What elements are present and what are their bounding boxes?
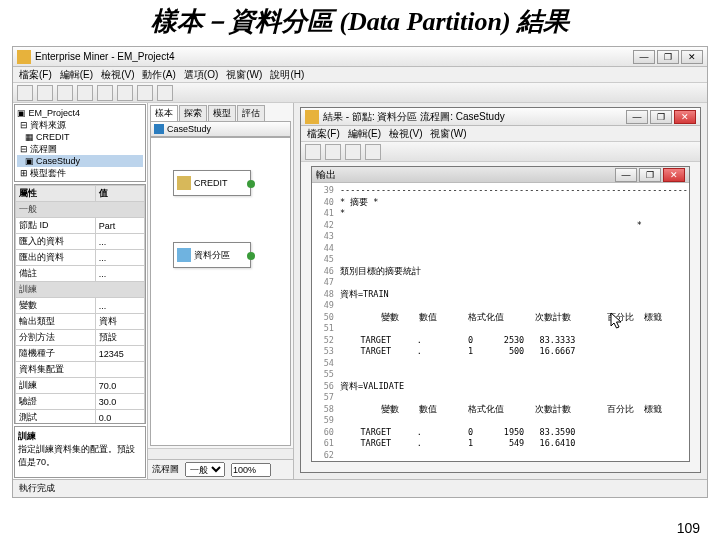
- diagram-scrollbar[interactable]: [148, 448, 293, 459]
- output-titlebar[interactable]: 輸出 — ❐ ✕: [312, 167, 689, 183]
- output-log[interactable]: 39--------------------------------------…: [312, 183, 689, 461]
- maximize-button[interactable]: ❐: [650, 110, 672, 124]
- toolbar-button[interactable]: [77, 85, 93, 101]
- app-titlebar[interactable]: Enterprise Miner - EM_Project4 — ❐ ✕: [13, 47, 707, 67]
- prop-val[interactable]: ...: [95, 266, 144, 282]
- tree-item[interactable]: ⊟ 資料來源: [17, 119, 143, 131]
- prop-val[interactable]: 預設: [95, 330, 144, 346]
- tree-item[interactable]: ▦ CREDIT: [17, 131, 143, 143]
- toolbar-button[interactable]: [305, 144, 321, 160]
- results-menubar: 檔案(F) 編輯(E) 檢視(V) 視窗(W): [301, 126, 700, 142]
- prop-val[interactable]: 資料: [95, 314, 144, 330]
- phase-tabs: 樣本 探索 模型 評估: [148, 103, 293, 121]
- prop-val[interactable]: Part: [95, 218, 144, 234]
- app-window: Enterprise Miner - EM_Project4 — ❐ ✕ 檔案(…: [12, 46, 708, 498]
- prop-key: 測試: [16, 410, 96, 425]
- prop-val[interactable]: ...: [95, 234, 144, 250]
- prop-val[interactable]: 30.0: [95, 394, 144, 410]
- node-partition[interactable]: 資料分區: [173, 242, 251, 268]
- props-section: 訓練: [16, 282, 145, 298]
- menu-help[interactable]: 說明(H): [270, 68, 304, 82]
- tab-sample[interactable]: 樣本: [150, 105, 178, 121]
- close-button[interactable]: ✕: [663, 168, 685, 182]
- datasource-icon: [177, 176, 191, 190]
- app-icon: [17, 50, 31, 64]
- prop-key: 資料集配置: [16, 362, 96, 378]
- diagram-canvas[interactable]: CREDIT 資料分區: [150, 137, 291, 446]
- prop-val[interactable]: 70.0: [95, 378, 144, 394]
- footer-label: 流程圖: [152, 463, 179, 476]
- prop-key: 變數: [16, 298, 96, 314]
- diagram-footer: 流程圖 一般: [148, 459, 293, 479]
- app-toolbar: [13, 83, 707, 103]
- results-area: 結果 - 節點: 資料分區 流程圖: CaseStudy — ❐ ✕ 檔案(F)…: [294, 103, 707, 479]
- scale-select[interactable]: 一般: [185, 462, 225, 477]
- close-button[interactable]: ✕: [674, 110, 696, 124]
- tree-item[interactable]: ⊞ 模型套件: [17, 167, 143, 179]
- results-titlebar[interactable]: 結果 - 節點: 資料分區 流程圖: CaseStudy — ❐ ✕: [301, 108, 700, 126]
- output-subwindow: 輸出 — ❐ ✕ 39-----------------------------…: [311, 166, 690, 462]
- desc-body: 指定訓練資料集的配置。預設值是70。: [18, 444, 135, 467]
- props-section: 一般: [16, 202, 145, 218]
- menu-action[interactable]: 動作(A): [142, 68, 175, 82]
- prop-val[interactable]: ...: [95, 250, 144, 266]
- toolbar-button[interactable]: [345, 144, 361, 160]
- minimize-button[interactable]: —: [615, 168, 637, 182]
- menu-view[interactable]: 檢視(V): [389, 127, 422, 141]
- minimize-button[interactable]: —: [626, 110, 648, 124]
- zoom-input[interactable]: [231, 463, 271, 477]
- status-complete-icon: [247, 180, 255, 188]
- menu-options[interactable]: 選項(O): [184, 68, 218, 82]
- node-label: 資料分區: [194, 249, 230, 262]
- properties-panel[interactable]: 屬性值 一般 節點 IDPart 匯入的資料... 匯出的資料... 備註...…: [14, 184, 146, 424]
- results-toolbar: [301, 142, 700, 162]
- minimize-button[interactable]: —: [633, 50, 655, 64]
- tab-model[interactable]: 模型: [208, 105, 236, 121]
- desc-title: 訓練: [18, 431, 36, 441]
- close-button[interactable]: ✕: [681, 50, 703, 64]
- toolbar-button[interactable]: [57, 85, 73, 101]
- page-number: 109: [677, 520, 700, 536]
- toolbar-button[interactable]: [97, 85, 113, 101]
- slide-title: 樣本－資料分區 (Data Partition) 結果: [0, 0, 720, 41]
- maximize-button[interactable]: ❐: [657, 50, 679, 64]
- tree-item[interactable]: ⊟ 流程圖: [17, 143, 143, 155]
- menu-edit[interactable]: 編輯(E): [60, 68, 93, 82]
- toolbar-button[interactable]: [117, 85, 133, 101]
- mouse-cursor-icon: [610, 312, 624, 330]
- toolbar-button[interactable]: [157, 85, 173, 101]
- toolbar-button[interactable]: [17, 85, 33, 101]
- toolbar-button[interactable]: [365, 144, 381, 160]
- prop-val[interactable]: ...: [95, 298, 144, 314]
- prop-key: 匯出的資料: [16, 250, 96, 266]
- menu-view[interactable]: 檢視(V): [101, 68, 134, 82]
- prop-key: 隨機種子: [16, 346, 96, 362]
- status-bar: 執行完成: [13, 479, 707, 497]
- prop-val[interactable]: 0.0: [95, 410, 144, 425]
- prop-val[interactable]: 12345: [95, 346, 144, 362]
- toolbar-button[interactable]: [137, 85, 153, 101]
- prop-val[interactable]: [95, 362, 144, 378]
- tree-root[interactable]: ▣ EM_Project4: [17, 107, 143, 119]
- tab-assess[interactable]: 評估: [237, 105, 265, 121]
- menu-file[interactable]: 檔案(F): [19, 68, 52, 82]
- diagram-icon: [154, 124, 164, 134]
- menu-window[interactable]: 視窗(W): [430, 127, 466, 141]
- app-menubar: 檔案(F) 編輯(E) 檢視(V) 動作(A) 選項(O) 視窗(W) 說明(H…: [13, 67, 707, 83]
- app-title: Enterprise Miner - EM_Project4: [35, 51, 175, 62]
- toolbar-button[interactable]: [37, 85, 53, 101]
- description-panel: 訓練 指定訓練資料集的配置。預設值是70。: [14, 426, 146, 478]
- menu-window[interactable]: 視窗(W): [226, 68, 262, 82]
- menu-edit[interactable]: 編輯(E): [348, 127, 381, 141]
- left-panel: ▣ EM_Project4 ⊟ 資料來源 ▦ CREDIT ⊟ 流程圖 ▣ Ca…: [13, 103, 148, 479]
- node-credit[interactable]: CREDIT: [173, 170, 251, 196]
- maximize-button[interactable]: ❐: [639, 168, 661, 182]
- diagram-title[interactable]: CaseStudy: [150, 121, 291, 137]
- tab-explore[interactable]: 探索: [179, 105, 207, 121]
- tree-item-selected[interactable]: ▣ CaseStudy: [17, 155, 143, 167]
- project-tree[interactable]: ▣ EM_Project4 ⊟ 資料來源 ▦ CREDIT ⊟ 流程圖 ▣ Ca…: [14, 104, 146, 182]
- prop-key: 節點 ID: [16, 218, 96, 234]
- toolbar-button[interactable]: [325, 144, 341, 160]
- status-text: 執行完成: [19, 482, 55, 495]
- menu-file[interactable]: 檔案(F): [307, 127, 340, 141]
